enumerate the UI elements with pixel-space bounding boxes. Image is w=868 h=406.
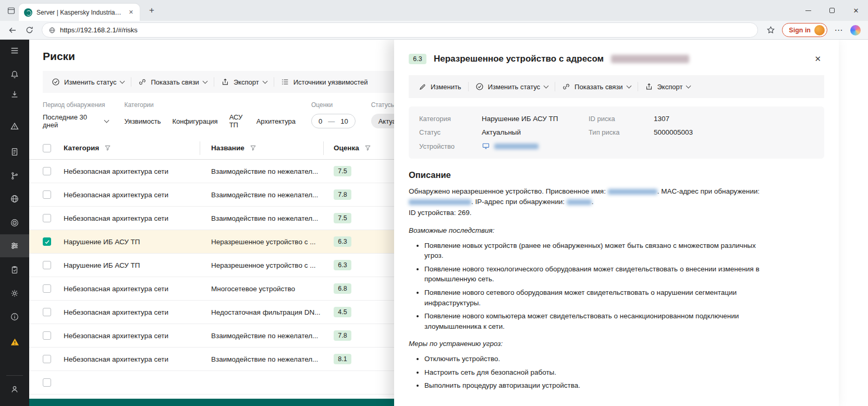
category-chip-architecture[interactable]: Архитектура (256, 117, 296, 125)
category-chip-configuration[interactable]: Конфигурация (172, 117, 217, 125)
info-risk-id-label: ID риска (589, 115, 654, 123)
row-checkbox[interactable] (43, 308, 51, 316)
panel-edit-button[interactable]: Изменить (412, 76, 468, 98)
row-checkbox[interactable] (43, 190, 51, 199)
table-row[interactable]: Небезопасная архитектура сети Взаимодейс… (29, 207, 423, 230)
panel-edit-label: Изменить (431, 83, 461, 91)
refresh-icon (25, 26, 34, 34)
list-item: Отключить устройство. (424, 354, 774, 364)
show-relations-button[interactable]: Показать связи (131, 71, 213, 93)
vulnerability-sources-button[interactable]: Источники уязвимостей (274, 71, 375, 93)
row-checkbox[interactable] (43, 331, 51, 340)
table-row[interactable]: Небезопасная архитектура сети Взаимодейс… (29, 324, 423, 348)
sidebar-item-notifications[interactable] (0, 65, 29, 84)
favorites-button[interactable] (763, 23, 778, 38)
score-min-value[interactable]: 0 (319, 117, 322, 125)
filter-funnel-icon[interactable] (250, 145, 256, 151)
sidebar-menu-button[interactable] (0, 41, 29, 60)
maximize-button[interactable] (820, 0, 844, 21)
sidebar-item-risks[interactable] (0, 234, 29, 257)
license-warning-icon (10, 337, 20, 347)
description-paragraph: Обнаружено неразрешенное устройство. При… (409, 186, 774, 218)
row-checkbox[interactable] (43, 214, 51, 222)
refresh-button[interactable] (22, 23, 36, 38)
window-close-button[interactable]: ✕ (844, 0, 868, 21)
table-row[interactable]: Небезопасная архитектура сети Взаимодейс… (29, 183, 423, 207)
change-status-label: Изменить статус (64, 78, 116, 86)
browser-menu-button[interactable]: ⋯ (832, 23, 846, 38)
report-document-icon (10, 147, 19, 157)
device-link[interactable] (482, 142, 589, 150)
period-dropdown[interactable]: Последние 30 дней (43, 114, 108, 128)
row-checkbox[interactable] (43, 167, 51, 175)
row-checkbox-checked[interactable] (43, 237, 51, 246)
score-badge: 7.8 (334, 189, 351, 200)
panel-change-status-button[interactable]: Изменить статус (469, 76, 555, 98)
sidebar-item-settings[interactable] (0, 284, 29, 303)
redacted-ip-address (567, 199, 592, 205)
row-checkbox[interactable] (43, 261, 51, 269)
row-checkbox[interactable] (43, 355, 51, 363)
row-category: Нарушение ИБ АСУ ТП (64, 238, 140, 246)
sidebar-item-events[interactable] (0, 213, 29, 232)
panel-show-relations-button[interactable]: Показать связи (555, 76, 637, 98)
sidebar-item-audit[interactable] (0, 260, 29, 279)
table-row[interactable]: Небезопасная архитектура сети Недостаточ… (29, 301, 423, 324)
table-row-partial[interactable] (29, 371, 423, 395)
row-category: Небезопасная архитектура сети (64, 191, 168, 199)
select-all-checkbox[interactable] (43, 144, 51, 152)
back-button[interactable] (5, 23, 20, 38)
table-row[interactable]: Небезопасная архитектура сети Взаимодейс… (29, 348, 423, 371)
table-row-selected[interactable]: Нарушение ИБ АСУ ТП Неразрешенное устрой… (29, 230, 423, 254)
row-category: Небезопасная архитектура сети (64, 308, 168, 316)
sidebar-item-assets[interactable] (0, 166, 29, 185)
sidebar-item-downloads[interactable] (0, 85, 29, 104)
minimize-icon (805, 10, 811, 11)
sidebar-item-reports[interactable] (0, 142, 29, 161)
sidebar-item-network[interactable] (0, 189, 29, 208)
panel-close-button[interactable]: ✕ (811, 52, 824, 66)
panel-header: 6.3 Неразрешенное устройство с адресом ✕ (394, 40, 839, 66)
minimize-button[interactable] (796, 0, 820, 21)
consequences-heading: Возможные последствия: (409, 226, 824, 234)
change-status-button[interactable]: Изменить статус (45, 71, 131, 93)
risks-sliders-icon (10, 241, 19, 250)
column-category[interactable]: Категория (64, 144, 200, 152)
filter-funnel-icon[interactable] (104, 145, 111, 151)
export-button[interactable]: Экспорт (214, 71, 274, 93)
chevron-down-icon (104, 117, 109, 123)
sidebar-item-user[interactable] (0, 380, 29, 399)
filter-funnel-icon[interactable] (364, 145, 371, 151)
new-tab-button[interactable]: + (146, 5, 157, 16)
table-row[interactable]: Нарушение ИБ АСУ ТП Неразрешенное устрой… (29, 254, 423, 277)
browser-tab[interactable]: Server | Kaspersky Industrial Cybe ✕ (19, 4, 140, 21)
column-score[interactable]: Оценка (323, 144, 371, 152)
list-item: Настроить сеть для безопасной работы. (424, 367, 774, 378)
score-max-value[interactable]: 10 (340, 117, 348, 125)
description-section: Описание Обнаружено неразрешенное устрой… (394, 170, 839, 391)
sidebar-item-alerts[interactable] (0, 117, 29, 136)
category-chip-ics[interactable]: АСУ ТП (229, 113, 245, 129)
row-name: Взаимодействие по нежелател... (211, 355, 318, 363)
panel-export-button[interactable]: Экспорт (638, 76, 698, 98)
sidebar-item-license-warning[interactable] (0, 332, 29, 351)
category-chip-vulnerability[interactable]: Уязвимость (124, 117, 161, 125)
sign-in-button[interactable]: Sign in (782, 23, 827, 37)
address-bar[interactable]: https://192.168.2.1/#/risks (42, 22, 758, 38)
redacted-device-name (494, 144, 539, 149)
copilot-button[interactable] (848, 23, 863, 38)
redacted-mac-address (409, 199, 471, 205)
tab-actions-icon (7, 6, 16, 15)
score-range-input[interactable]: 0 — 10 (311, 114, 356, 128)
column-name-label: Название (211, 144, 244, 152)
score-badge: 6.3 (334, 260, 351, 270)
row-checkbox[interactable] (43, 378, 51, 387)
table-row[interactable]: Небезопасная архитектура сети Взаимодейс… (29, 160, 423, 183)
sidebar-item-about[interactable] (0, 307, 29, 326)
tab-close-icon[interactable]: ✕ (127, 8, 136, 17)
column-name[interactable]: Название (200, 144, 323, 152)
tab-actions-button[interactable] (3, 3, 19, 18)
row-checkbox[interactable] (43, 284, 51, 293)
table-row[interactable]: Небезопасная архитектура сети Многосетев… (29, 277, 423, 301)
period-value: Последние 30 дней (43, 113, 101, 129)
